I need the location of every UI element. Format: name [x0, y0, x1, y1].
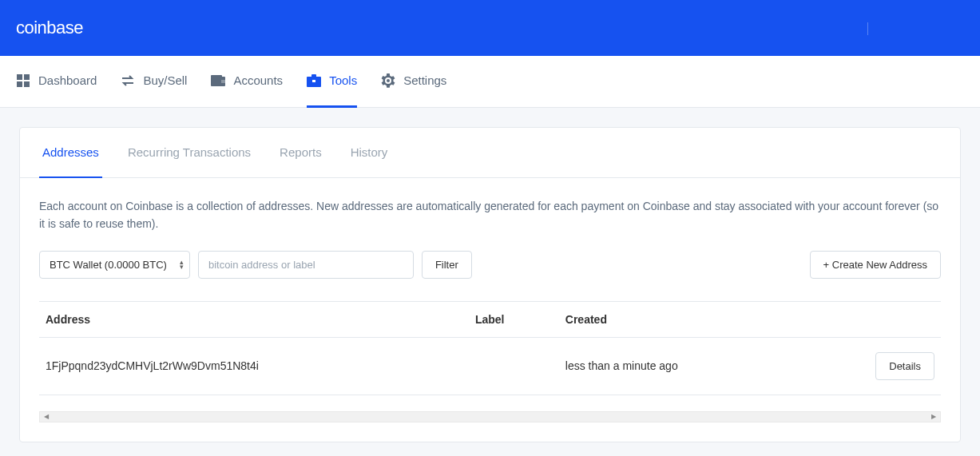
scroll-right-icon: ▶	[927, 412, 940, 422]
gear-icon	[381, 73, 395, 88]
main-nav: Dashboard Buy/Sell Accounts Tools Settin…	[0, 56, 980, 108]
tab-reports[interactable]: Reports	[276, 128, 325, 178]
svg-rect-8	[311, 74, 316, 77]
nav-label: Tools	[329, 73, 357, 87]
cell-created: less than a minute ago	[562, 337, 833, 395]
logo: coinbase	[16, 18, 83, 38]
filter-button[interactable]: Filter	[422, 251, 472, 279]
nav-settings[interactable]: Settings	[381, 56, 446, 108]
search-input[interactable]	[198, 251, 414, 279]
svg-rect-1	[24, 74, 30, 80]
nav-buy-sell[interactable]: Buy/Sell	[121, 56, 187, 108]
nav-label: Dashboard	[38, 73, 97, 87]
sub-tabs: Addresses Recurring Transactions Reports…	[20, 128, 960, 178]
nav-accounts[interactable]: Accounts	[211, 56, 283, 108]
svg-rect-3	[24, 81, 30, 87]
tab-history[interactable]: History	[347, 128, 391, 178]
content-area: Addresses Recurring Transactions Reports…	[0, 108, 980, 456]
swap-icon	[121, 73, 135, 88]
nav-label: Settings	[403, 73, 446, 87]
details-button[interactable]: Details	[875, 352, 934, 380]
cell-address: 1FjPpqnd23ydCMHVjLt2rWw9Dvm51N8t4i	[39, 337, 472, 395]
cell-label	[472, 337, 562, 395]
col-actions	[833, 301, 942, 337]
page-description: Each account on Coinbase is a collection…	[39, 197, 941, 233]
card-body: Each account on Coinbase is a collection…	[20, 178, 960, 442]
wallet-icon	[211, 73, 225, 88]
table-header-row: Address Label Created	[39, 301, 941, 337]
dashboard-icon	[16, 73, 30, 88]
svg-rect-2	[17, 81, 22, 87]
nav-dashboard[interactable]: Dashboard	[16, 56, 97, 108]
nav-label: Accounts	[233, 73, 283, 87]
svg-rect-5	[211, 75, 222, 77]
scroll-left-icon: ◀	[40, 412, 53, 422]
svg-rect-6	[221, 80, 225, 83]
nav-label: Buy/Sell	[143, 73, 187, 87]
col-created: Created	[562, 301, 833, 337]
cell-actions: Details	[833, 337, 942, 395]
tools-icon	[307, 73, 321, 88]
col-label: Label	[472, 301, 562, 337]
tab-recurring[interactable]: Recurring Transactions	[125, 128, 254, 178]
wallet-select-wrap: BTC Wallet (0.0000 BTC) ▴▾	[39, 251, 190, 279]
svg-rect-0	[17, 74, 22, 80]
addresses-table: Address Label Created 1FjPpqnd23ydCMHVjL…	[39, 301, 941, 395]
table-wrap: Address Label Created 1FjPpqnd23ydCMHVjL…	[39, 301, 941, 395]
top-header: coinbase	[0, 0, 980, 56]
header-divider	[867, 22, 868, 35]
create-address-button[interactable]: + Create New Address	[810, 251, 941, 279]
nav-tools[interactable]: Tools	[307, 56, 357, 108]
main-card: Addresses Recurring Transactions Reports…	[19, 127, 961, 442]
table-row: 1FjPpqnd23ydCMHVjLt2rWw9Dvm51N8t4i less …	[39, 337, 941, 395]
tab-addresses[interactable]: Addresses	[39, 128, 102, 178]
scrollbar[interactable]: ◀ ▶	[39, 411, 941, 422]
wallet-select[interactable]: BTC Wallet (0.0000 BTC)	[39, 251, 190, 279]
controls-row: BTC Wallet (0.0000 BTC) ▴▾ Filter + Crea…	[39, 251, 941, 279]
svg-rect-9	[312, 80, 315, 82]
col-address: Address	[39, 301, 472, 337]
